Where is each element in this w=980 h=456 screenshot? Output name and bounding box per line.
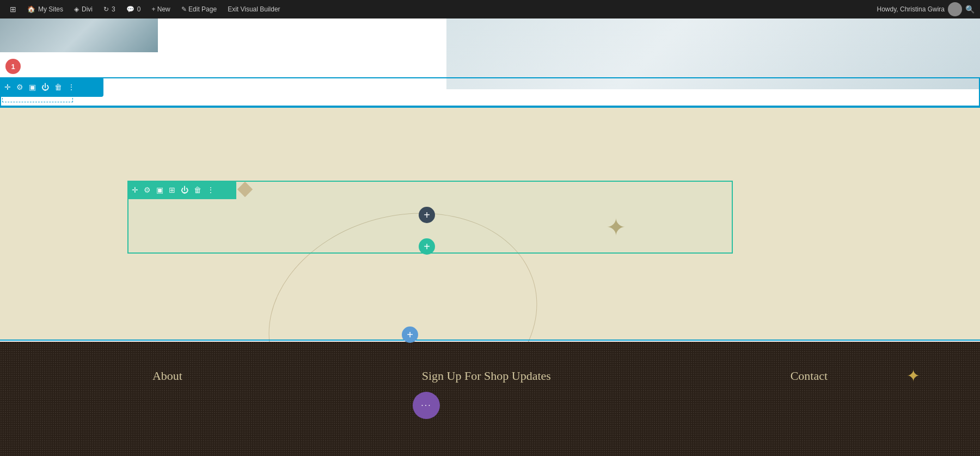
power-icon[interactable]: ⏻ (41, 83, 49, 91)
divi-label: Divi (82, 5, 93, 13)
divi-menu[interactable]: ◈ Divi (70, 0, 97, 19)
move-module-icon[interactable]: ✛ (132, 186, 138, 194)
module-toolbar-teal[interactable]: ✛ ⚙ ▣ ⊞ ⏻ 🗑 ⋮ (127, 181, 236, 199)
main-content: 1 ✛ ⚙ ▣ ⏻ 🗑 ⋮ ✦ ✛ ⚙ ▣ ⊞ ⏻ 🗑 ⋮ + (0, 19, 980, 456)
add-section-button[interactable]: + (402, 326, 418, 343)
layout-module-icon[interactable]: ▣ (156, 186, 163, 194)
row-number-badge: 1 (5, 59, 21, 74)
add-row-button[interactable]: + (419, 238, 435, 255)
updates-menu[interactable]: ↻ 3 (99, 0, 120, 19)
admin-bar-right: Howdy, Christina Gwira 🔍 (877, 2, 975, 16)
top-hero-image-right (446, 19, 980, 89)
new-label: + New (151, 5, 170, 13)
exit-vb-label: Exit Visual Builder (228, 5, 280, 13)
section2-border-bottom (0, 340, 980, 341)
section-border-top (0, 77, 980, 78)
add-module-button[interactable]: + (419, 207, 435, 223)
user-greeting: Howdy, Christina Gwira (877, 5, 945, 13)
badge-number: 1 (11, 63, 15, 71)
updates-icon: ↻ (103, 5, 109, 13)
footer-star-decoration: ✦ (906, 366, 920, 385)
comments-icon: 💬 (126, 5, 134, 13)
delete-module-icon[interactable]: 🗑 (194, 186, 201, 194)
layout-icon[interactable]: ▣ (29, 83, 36, 91)
footer-contact-link[interactable]: Contact (791, 369, 828, 383)
search-icon[interactable]: 🔍 (965, 5, 975, 14)
footer-about-link[interactable]: About (152, 369, 182, 383)
settings-icon[interactable]: ⚙ (16, 83, 23, 91)
settings-module-icon[interactable]: ⚙ (144, 186, 151, 194)
my-sites-menu[interactable]: 🏠 My Sites (23, 0, 68, 19)
top-hero-image-left (0, 19, 158, 52)
more-module-icon[interactable]: ⋮ (207, 186, 215, 194)
new-menu[interactable]: + New (147, 0, 174, 19)
house-icon: 🏠 (27, 5, 35, 13)
row-toolbar[interactable]: ✛ ⚙ ▣ ⏻ 🗑 ⋮ (0, 77, 103, 97)
admin-bar: ⊞ 🏠 My Sites ◈ Divi ↻ 3 💬 0 + New ✎ Edit… (0, 0, 980, 19)
delete-icon[interactable]: 🗑 (54, 83, 62, 91)
comments-menu[interactable]: 💬 0 (122, 0, 145, 19)
edit-page-button[interactable]: ✎ Edit Page (177, 0, 221, 19)
divi-icon: ◈ (74, 5, 79, 13)
wp-logo[interactable]: ⊞ (5, 0, 21, 19)
updates-count: 3 (112, 5, 115, 13)
footer-inner: About Sign Up For Shop Updates Contact (0, 369, 980, 383)
comments-count: 0 (137, 5, 141, 13)
exit-vb-button[interactable]: Exit Visual Builder (223, 0, 285, 19)
more-icon[interactable]: ⋮ (68, 83, 75, 91)
footer-signup-link[interactable]: Sign Up For Shop Updates (422, 369, 551, 383)
edit-label: ✎ Edit Page (181, 5, 217, 13)
wp-icon: ⊞ (10, 5, 16, 14)
footer: About Sign Up For Shop Updates Contact ✦ (0, 342, 980, 456)
power-module-icon[interactable]: ⏻ (181, 186, 188, 194)
columns-module-icon[interactable]: ⊞ (169, 186, 175, 194)
move-icon[interactable]: ✛ (4, 83, 11, 91)
section2-border-top (0, 107, 980, 108)
my-sites-label: My Sites (38, 5, 63, 13)
loading-indicator (413, 392, 440, 419)
avatar[interactable] (948, 2, 962, 16)
